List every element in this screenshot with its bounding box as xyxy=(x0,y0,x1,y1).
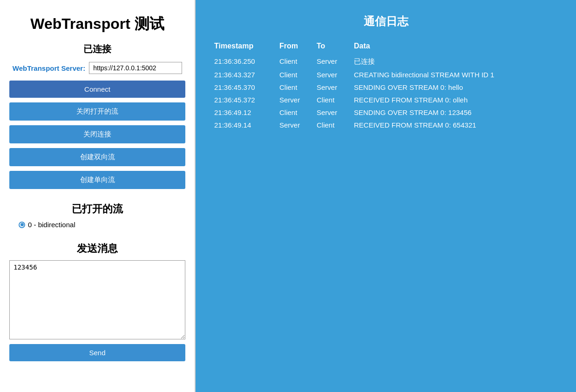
col-header-from: From xyxy=(275,40,312,55)
connect-button[interactable]: Connect xyxy=(9,81,185,98)
cell-timestamp: 21:36:36.250 xyxy=(210,55,275,68)
cell-data: 已连接 xyxy=(349,55,562,68)
server-label: WebTransport Server: xyxy=(13,64,85,72)
close-connection-button[interactable]: 关闭连接 xyxy=(9,125,185,143)
table-row: 21:36:45.370 Client Server SENDING OVER … xyxy=(210,81,562,94)
message-textarea[interactable]: 123456 xyxy=(9,260,185,339)
cell-from: Server xyxy=(275,119,312,131)
right-panel: 通信日志 Timestamp From To Data 21:36:36.250… xyxy=(196,0,576,392)
cell-to: Server xyxy=(312,81,349,94)
page-title: WebTransport 测试 xyxy=(30,14,164,34)
cell-to: Server xyxy=(312,106,349,119)
server-row: WebTransport Server: xyxy=(9,62,185,74)
log-title: 通信日志 xyxy=(210,14,562,29)
col-header-timestamp: Timestamp xyxy=(210,40,275,55)
cell-from: Client xyxy=(275,68,312,81)
message-section-title: 发送消息 xyxy=(77,242,118,256)
stream-item[interactable]: 0 - bidirectional xyxy=(9,221,75,229)
cell-data: SENDING OVER STREAM 0: 123456 xyxy=(349,106,562,119)
stream-label: 0 - bidirectional xyxy=(28,221,75,229)
cell-timestamp: 21:36:45.370 xyxy=(210,81,275,94)
cell-from: Server xyxy=(275,94,312,106)
cell-to: Server xyxy=(312,68,349,81)
col-header-to: To xyxy=(312,40,349,55)
table-row: 21:36:49.12 Client Server SENDING OVER S… xyxy=(210,106,562,119)
table-row: 21:36:43.327 Client Server CREATING bidi… xyxy=(210,68,562,81)
left-panel: WebTransport 测试 已连接 WebTransport Server:… xyxy=(0,0,196,392)
col-header-data: Data xyxy=(349,40,562,55)
cell-from: Client xyxy=(275,106,312,119)
log-table: Timestamp From To Data 21:36:36.250 Clie… xyxy=(210,40,562,131)
streams-section-title: 已打开的流 xyxy=(72,202,123,216)
cell-timestamp: 21:36:49.14 xyxy=(210,119,275,131)
cell-data: RECEIVED FROM STREAM 0: olleh xyxy=(349,94,562,106)
table-row: 21:36:36.250 Client Server 已连接 xyxy=(210,55,562,68)
cell-data: CREATING bidirectional STREAM WITH ID 1 xyxy=(349,68,562,81)
send-button[interactable]: Send xyxy=(9,344,185,361)
close-streams-button[interactable]: 关闭打开的流 xyxy=(9,102,185,121)
cell-from: Client xyxy=(275,81,312,94)
cell-timestamp: 21:36:49.12 xyxy=(210,106,275,119)
cell-from: Client xyxy=(275,55,312,68)
cell-to: Client xyxy=(312,94,349,106)
cell-to: Server xyxy=(312,55,349,68)
stream-radio[interactable] xyxy=(19,222,25,228)
cell-timestamp: 21:36:45.372 xyxy=(210,94,275,106)
cell-data: RECEIVED FROM STREAM 0: 654321 xyxy=(349,119,562,131)
connection-status: 已连接 xyxy=(83,43,111,55)
server-input[interactable] xyxy=(89,62,182,74)
cell-to: Client xyxy=(312,119,349,131)
cell-data: SENDING OVER STREAM 0: hello xyxy=(349,81,562,94)
create-bidirectional-button[interactable]: 创建双向流 xyxy=(9,148,185,166)
table-row: 21:36:45.372 Server Client RECEIVED FROM… xyxy=(210,94,562,106)
cell-timestamp: 21:36:43.327 xyxy=(210,68,275,81)
create-unidirectional-button[interactable]: 创建单向流 xyxy=(9,171,185,189)
table-row: 21:36:49.14 Server Client RECEIVED FROM … xyxy=(210,119,562,131)
